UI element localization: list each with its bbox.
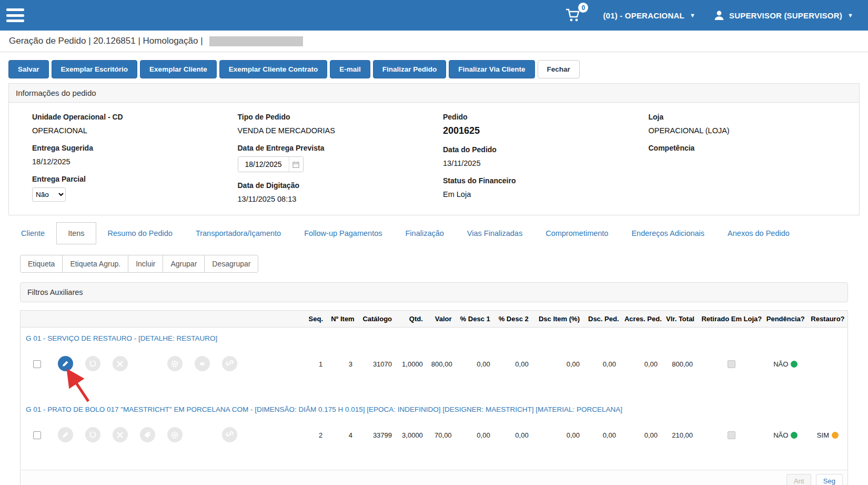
exemplar-cliente-contrato-button[interactable]: Exemplar Cliente Contrato [219, 60, 328, 78]
history-button[interactable] [85, 356, 100, 371]
data-entrega-prevista-group [238, 156, 304, 172]
topbar-right: 0 (01) - OPERACIONAL ▼ SUPERVISOR (SUPER… [565, 7, 853, 23]
field-label: Data do Pedido [443, 145, 649, 154]
tab-cliente[interactable]: Cliente [9, 222, 56, 244]
tab-resumo-do-pedido[interactable]: Resumo do Pedido [96, 222, 184, 244]
data-entrega-prevista-input[interactable] [238, 157, 289, 172]
col-vlr-total: Vlr. Total [665, 311, 700, 328]
action-buttons: Salvar Exemplar Escritório Exemplar Clie… [0, 52, 868, 82]
previous-page-button[interactable]: Ant [786, 474, 812, 485]
tab-anexos-do-pedido[interactable]: Anexos do Pedido [716, 222, 801, 244]
topbar: 0 (01) - OPERACIONAL ▼ SUPERVISOR (SUPER… [0, 0, 868, 31]
tab-follow-up-pagamentos[interactable]: Follow-up Pagamentos [292, 222, 393, 244]
email-button[interactable]: E-mail [330, 60, 370, 78]
field-label: Data de Digitação [238, 181, 443, 190]
settings-button[interactable] [167, 356, 183, 371]
tag-button[interactable] [140, 427, 155, 442]
cell-acres-ped: 0,00 [623, 348, 665, 399]
agrupar-button[interactable]: Agrupar [163, 255, 205, 273]
items-toolbar: Etiqueta Etiqueta Agrup. Incluir Agrupar… [20, 255, 258, 273]
field-value: OPERACIONAL (LOJA) [649, 126, 854, 135]
table-pagination: Ant Seg [21, 470, 847, 485]
link-button[interactable] [222, 427, 237, 442]
field-value: 18/12/2025 [32, 157, 238, 166]
col-desc2: % Desc 2 [498, 311, 536, 328]
col-catalogo: Catálogo [360, 311, 399, 328]
row-checkbox[interactable] [33, 431, 41, 439]
exemplar-escritorio-button[interactable]: Exemplar Escritório [52, 60, 138, 78]
status-dot-orange [832, 432, 839, 439]
tab-finalizacao[interactable]: Finalização [394, 222, 456, 244]
group-title-row: G 01 - PRATO DE BOLO 017 "MAESTRICHT" EM… [21, 399, 847, 419]
incluir-button[interactable]: Incluir [128, 255, 163, 273]
settings-button[interactable] [167, 427, 183, 442]
tab-comprometimento[interactable]: Comprometimento [534, 222, 620, 244]
order-info-panel: Informações do pedido Unidade Operaciona… [8, 83, 860, 215]
cell-dsc-item: 0,00 [536, 419, 587, 470]
field-label: Entrega Parcial [32, 175, 238, 183]
table-header-row: Seq. Nº Item Catálogo Qtd. Valor % Desc … [21, 311, 847, 328]
cell-qtd: 1,0000 [399, 348, 430, 399]
tab-vias-finalizadas[interactable]: Vias Finalizadas [456, 222, 534, 244]
tab-transportadora-icamento[interactable]: Transportadora/Içamento [184, 222, 292, 244]
status-dot-green [791, 432, 798, 439]
transfer-button[interactable] [195, 356, 210, 371]
pencil-icon [62, 431, 69, 438]
cart-badge: 0 [578, 3, 588, 13]
exemplar-cliente-button[interactable]: Exemplar Cliente [140, 60, 217, 78]
fechar-button[interactable]: Fechar [538, 60, 580, 78]
history-button[interactable] [85, 427, 100, 442]
row-checkbox[interactable] [33, 360, 41, 368]
pendencia-status: NÃO [763, 419, 808, 470]
menu-button[interactable] [6, 8, 24, 22]
edit-item-button[interactable] [58, 356, 73, 371]
pedido-number: 2001625 [443, 125, 649, 136]
tab-itens[interactable]: Itens [56, 222, 96, 244]
finalizar-pedido-button[interactable]: Finalizar Pedido [373, 60, 447, 78]
salvar-button[interactable]: Salvar [8, 60, 49, 78]
menu-icon [6, 8, 24, 11]
annotation-arrow [61, 365, 94, 404]
link-icon [226, 431, 234, 439]
field-label: Data de Entrega Prevista [238, 144, 443, 152]
retirado-checkbox [728, 431, 735, 439]
group-title-row: G 01 - SERVIÇO DE RESTAURO - [DETALHE: R… [21, 328, 847, 348]
cell-valor: 800,00 [430, 348, 459, 399]
field-label: Competência [649, 144, 854, 152]
calendar-button[interactable] [289, 157, 303, 172]
chevron-down-icon: ▼ [690, 12, 695, 18]
cancel-item-button[interactable] [113, 427, 128, 442]
cell-desc2: 0,00 [498, 419, 536, 470]
field-label: Pedido [443, 113, 649, 121]
user-menu[interactable]: SUPERVISOR (SUPERVISOR) ▼ [713, 9, 853, 21]
next-page-button[interactable]: Seg [816, 474, 843, 485]
col-valor: Valor [430, 311, 459, 328]
cancel-item-button[interactable] [113, 356, 128, 371]
etiqueta-button[interactable]: Etiqueta [20, 255, 63, 273]
user-icon [713, 9, 725, 21]
unit-selector[interactable]: (01) - OPERACIONAL ▼ [603, 11, 695, 20]
restauro-status [808, 348, 847, 399]
col-num-item: Nº Item [330, 311, 360, 328]
user-label: SUPERVISOR (SUPERVISOR) [729, 11, 842, 20]
field-label: Status do Financeiro [443, 176, 649, 185]
panel-body: Unidade Operacional - CD OPERACIONAL Ent… [9, 103, 859, 215]
field-value: 13/11/2025 [443, 159, 649, 167]
cell-dsc-ped: 0,00 [587, 419, 623, 470]
cart-button[interactable]: 0 [565, 7, 582, 23]
filtros-auxiliares-panel[interactable]: Filtros Auxiliares [20, 282, 848, 302]
edit-item-button[interactable] [58, 427, 73, 442]
close-icon [117, 361, 123, 367]
finalizar-via-cliente-button[interactable]: Finalizar Via Cliente [449, 60, 534, 78]
etiqueta-agrup-button[interactable]: Etiqueta Agrup. [62, 255, 128, 273]
cell-acres-ped: 0,00 [623, 419, 665, 470]
desagrupar-button[interactable]: Desagrupar [204, 255, 258, 273]
col-dsc-ped: Dsc. Ped. [587, 311, 623, 328]
tab-enderecos-adicionais[interactable]: Endereços Adicionais [620, 222, 716, 244]
unit-label: (01) - OPERACIONAL [603, 11, 684, 20]
field-label: Entrega Sugerida [32, 144, 238, 152]
entrega-parcial-select[interactable]: Não [32, 187, 66, 202]
field-value: 13/11/2025 08:13 [238, 195, 443, 203]
link-button[interactable] [222, 356, 237, 371]
group-title: G 01 - SERVIÇO DE RESTAURO - [DETALHE: R… [21, 328, 847, 348]
